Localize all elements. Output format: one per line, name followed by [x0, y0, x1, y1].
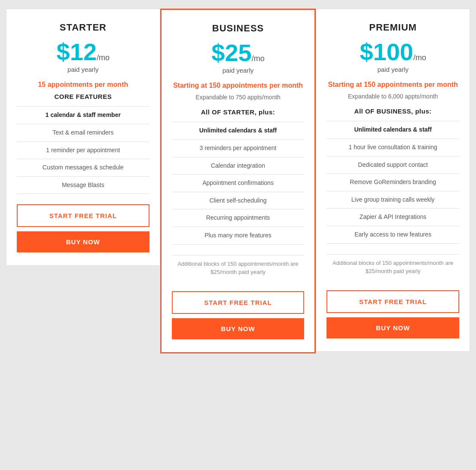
start-free-trial-button-business[interactable]: START FREE TRIAL	[172, 291, 305, 314]
plan-feature-item-starter-1: Text & email reminders	[17, 124, 150, 142]
plan-feature-item-starter-3: Custom messages & schedule	[17, 159, 150, 177]
plan-feature-item-business-3: Appointment confirmations	[172, 175, 305, 192]
plan-feature-item-business-4: Client self-scheduling	[172, 192, 305, 210]
plan-features-business: Unlimited calendars & staff3 reminders p…	[172, 122, 305, 244]
plan-feature-item-business-0: Unlimited calendars & staff	[172, 122, 305, 140]
plan-name-starter: STARTER	[17, 22, 150, 33]
plan-feature-item-premium-3: Remove GoReminders branding	[326, 174, 459, 191]
plan-feature-item-business-1: 3 reminders per appointment	[172, 140, 305, 157]
plan-section-title-premium: All OF BUSINESS, plus:	[326, 108, 459, 115]
plan-price-row-starter: $12/mo	[17, 40, 150, 64]
plan-feature-item-premium-5: Zapier & API Integrations	[326, 209, 459, 226]
plan-price-row-premium: $100/mo	[326, 40, 459, 64]
plan-feature-item-premium-1: 1 hour live consultation & training	[326, 139, 459, 157]
plan-appts-starter: 15 appointments per month	[17, 80, 150, 89]
plan-features-premium: Unlimited calendars & staff1 hour live c…	[326, 121, 459, 243]
plan-paid-yearly-premium: paid yearly	[326, 66, 459, 73]
plan-feature-item-starter-0: 1 calendar & staff member	[17, 106, 150, 124]
plan-card-business: BUSINESS$25/mopaid yearlyStarting at 150…	[160, 9, 316, 353]
plan-expandable-business: Expandable to 750 appts/month	[172, 94, 305, 101]
start-free-trial-button-starter[interactable]: START FREE TRIAL	[17, 204, 150, 227]
plan-section-title-business: All OF STARTER, plus:	[172, 108, 305, 116]
plan-paid-yearly-business: paid yearly	[172, 67, 305, 74]
pricing-container: STARTER$12/mopaid yearly15 appointments …	[6, 9, 470, 353]
plan-expandable-premium: Expandable to 6,000 appts/month	[326, 93, 459, 100]
plan-name-premium: PREMIUM	[326, 22, 459, 33]
plan-price-per-starter: /mo	[97, 53, 110, 62]
plan-section-title-starter: CORE FEATURES	[17, 93, 150, 100]
plan-feature-item-starter-2: 1 reminder per appointment	[17, 142, 150, 160]
plan-price-per-business: /mo	[252, 54, 265, 63]
plan-price-per-premium: /mo	[413, 53, 426, 62]
plan-note-premium: Additional blocks of 150 appointments/mo…	[326, 254, 459, 280]
plan-card-premium: PREMIUM$100/mopaid yearlyStarting at 150…	[316, 9, 470, 352]
plan-price-row-business: $25/mo	[172, 41, 305, 65]
plan-price-amount-premium: $100	[360, 38, 413, 65]
plan-feature-item-starter-4: Message Blasts	[17, 177, 150, 194]
plan-features-starter: 1 calendar & staff memberText & email re…	[17, 106, 150, 194]
buy-now-button-business[interactable]: BUY NOW	[172, 318, 305, 339]
plan-price-amount-business: $25	[211, 39, 251, 66]
plan-price-amount-starter: $12	[57, 38, 97, 65]
plan-paid-yearly-starter: paid yearly	[17, 66, 150, 73]
plan-feature-item-business-5: Recurring appointments	[172, 209, 305, 227]
plan-name-business: BUSINESS	[172, 23, 305, 34]
plan-note-business: Additional blocks of 150 appointments/mo…	[172, 255, 305, 281]
plan-feature-item-premium-2: Dedicated support contact	[326, 157, 459, 174]
buy-now-button-premium[interactable]: BUY NOW	[326, 317, 459, 338]
plan-appts-business: Starting at 150 appointments per month	[172, 81, 305, 90]
plan-feature-item-premium-6: Early access to new features	[326, 226, 459, 244]
buy-now-button-starter[interactable]: BUY NOW	[17, 231, 150, 252]
plan-card-starter: STARTER$12/mopaid yearly15 appointments …	[6, 9, 160, 266]
plan-feature-item-premium-0: Unlimited calendars & staff	[326, 121, 459, 139]
start-free-trial-button-premium[interactable]: START FREE TRIAL	[326, 290, 459, 313]
plan-appts-premium: Starting at 150 appointments per month	[326, 80, 459, 89]
plan-feature-item-business-2: Calendar integration	[172, 157, 305, 175]
plan-feature-item-premium-4: Live group training calls weekly	[326, 191, 459, 209]
plan-feature-item-business-6: Plus many more features	[172, 227, 305, 245]
